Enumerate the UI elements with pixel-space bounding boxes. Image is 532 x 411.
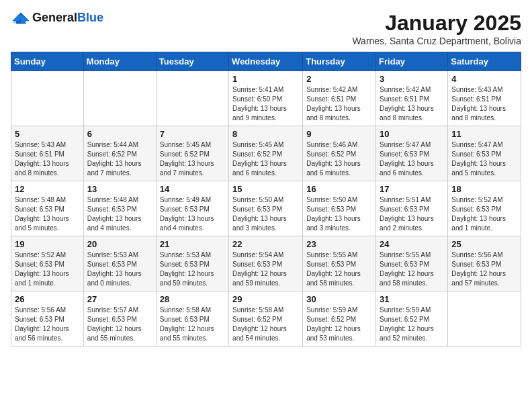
day-info: Sunrise: 5:56 AM Sunset: 6:53 PM Dayligh… bbox=[15, 306, 80, 343]
week-row-5: 26Sunrise: 5:56 AM Sunset: 6:53 PM Dayli… bbox=[11, 291, 521, 347]
week-row-2: 5Sunrise: 5:43 AM Sunset: 6:51 PM Daylig… bbox=[11, 126, 521, 181]
day-info: Sunrise: 5:53 AM Sunset: 6:53 PM Dayligh… bbox=[87, 250, 152, 288]
calendar-cell: 30Sunrise: 5:59 AM Sunset: 6:52 PM Dayli… bbox=[303, 291, 376, 347]
calendar-title: January 2025 bbox=[352, 11, 521, 36]
calendar-cell: 1Sunrise: 5:41 AM Sunset: 6:50 PM Daylig… bbox=[229, 71, 303, 126]
day-header-monday: Monday bbox=[83, 52, 156, 71]
day-number: 29 bbox=[232, 294, 299, 304]
calendar-cell: 3Sunrise: 5:42 AM Sunset: 6:51 PM Daylig… bbox=[376, 71, 448, 126]
day-info: Sunrise: 5:53 AM Sunset: 6:53 PM Dayligh… bbox=[160, 250, 225, 288]
day-number: 12 bbox=[15, 184, 80, 194]
day-info: Sunrise: 5:52 AM Sunset: 6:53 PM Dayligh… bbox=[15, 250, 80, 288]
day-number: 2 bbox=[306, 74, 372, 84]
day-number: 24 bbox=[380, 239, 444, 249]
calendar-subtitle: Warnes, Santa Cruz Department, Bolivia bbox=[352, 36, 521, 46]
calendar-cell: 12Sunrise: 5:48 AM Sunset: 6:53 PM Dayli… bbox=[11, 181, 84, 236]
day-number: 3 bbox=[380, 74, 444, 84]
logo-icon bbox=[11, 11, 31, 25]
calendar-cell: 9Sunrise: 5:46 AM Sunset: 6:52 PM Daylig… bbox=[303, 126, 376, 181]
day-number: 26 bbox=[15, 294, 80, 304]
calendar-cell: 24Sunrise: 5:55 AM Sunset: 6:53 PM Dayli… bbox=[376, 236, 448, 291]
day-number: 18 bbox=[451, 184, 517, 194]
logo-blue-text: Blue bbox=[77, 11, 103, 24]
day-info: Sunrise: 5:57 AM Sunset: 6:53 PM Dayligh… bbox=[87, 306, 152, 343]
calendar-cell: 21Sunrise: 5:53 AM Sunset: 6:53 PM Dayli… bbox=[156, 236, 228, 291]
calendar-cell: 27Sunrise: 5:57 AM Sunset: 6:53 PM Dayli… bbox=[83, 291, 156, 347]
calendar-cell bbox=[448, 291, 521, 347]
svg-marker-1 bbox=[13, 15, 29, 22]
day-info: Sunrise: 5:43 AM Sunset: 6:51 PM Dayligh… bbox=[15, 140, 80, 178]
calendar-body: 1Sunrise: 5:41 AM Sunset: 6:50 PM Daylig… bbox=[11, 71, 521, 347]
day-number: 22 bbox=[232, 239, 299, 249]
logo-general-text: General bbox=[32, 11, 77, 24]
day-info: Sunrise: 5:49 AM Sunset: 6:53 PM Dayligh… bbox=[160, 195, 225, 233]
week-row-4: 19Sunrise: 5:52 AM Sunset: 6:53 PM Dayli… bbox=[11, 236, 521, 291]
calendar-cell: 17Sunrise: 5:51 AM Sunset: 6:53 PM Dayli… bbox=[376, 181, 448, 236]
day-info: Sunrise: 5:44 AM Sunset: 6:52 PM Dayligh… bbox=[87, 140, 152, 178]
day-number: 1 bbox=[232, 74, 299, 84]
calendar-cell: 19Sunrise: 5:52 AM Sunset: 6:53 PM Dayli… bbox=[11, 236, 84, 291]
day-info: Sunrise: 5:54 AM Sunset: 6:53 PM Dayligh… bbox=[232, 250, 299, 288]
day-number: 23 bbox=[306, 239, 372, 249]
calendar-cell: 16Sunrise: 5:50 AM Sunset: 6:53 PM Dayli… bbox=[303, 181, 376, 236]
calendar-cell: 14Sunrise: 5:49 AM Sunset: 6:53 PM Dayli… bbox=[156, 181, 228, 236]
day-info: Sunrise: 5:42 AM Sunset: 6:51 PM Dayligh… bbox=[306, 85, 372, 123]
day-info: Sunrise: 5:45 AM Sunset: 6:52 PM Dayligh… bbox=[160, 140, 225, 178]
day-number: 6 bbox=[87, 129, 152, 139]
day-number: 30 bbox=[306, 294, 372, 304]
week-row-1: 1Sunrise: 5:41 AM Sunset: 6:50 PM Daylig… bbox=[11, 71, 521, 126]
calendar-cell bbox=[11, 71, 84, 126]
day-number: 11 bbox=[451, 129, 517, 139]
day-number: 19 bbox=[15, 239, 80, 249]
day-info: Sunrise: 5:48 AM Sunset: 6:53 PM Dayligh… bbox=[15, 195, 80, 233]
day-info: Sunrise: 5:45 AM Sunset: 6:52 PM Dayligh… bbox=[232, 140, 299, 178]
day-number: 14 bbox=[160, 184, 225, 194]
calendar-cell: 6Sunrise: 5:44 AM Sunset: 6:52 PM Daylig… bbox=[83, 126, 156, 181]
day-number: 9 bbox=[306, 129, 372, 139]
day-number: 16 bbox=[306, 184, 372, 194]
calendar-cell: 10Sunrise: 5:47 AM Sunset: 6:53 PM Dayli… bbox=[376, 126, 448, 181]
day-number: 25 bbox=[451, 239, 517, 249]
calendar-cell: 13Sunrise: 5:48 AM Sunset: 6:53 PM Dayli… bbox=[83, 181, 156, 236]
day-header-tuesday: Tuesday bbox=[156, 52, 228, 71]
day-number: 15 bbox=[232, 184, 299, 194]
day-number: 8 bbox=[232, 129, 299, 139]
calendar-cell bbox=[83, 71, 156, 126]
day-info: Sunrise: 5:47 AM Sunset: 6:53 PM Dayligh… bbox=[380, 140, 444, 178]
day-info: Sunrise: 5:47 AM Sunset: 6:53 PM Dayligh… bbox=[451, 140, 517, 178]
day-header-saturday: Saturday bbox=[448, 52, 521, 71]
calendar-cell: 26Sunrise: 5:56 AM Sunset: 6:53 PM Dayli… bbox=[11, 291, 84, 347]
day-info: Sunrise: 5:59 AM Sunset: 6:52 PM Dayligh… bbox=[380, 306, 444, 343]
day-info: Sunrise: 5:58 AM Sunset: 6:53 PM Dayligh… bbox=[160, 306, 225, 343]
day-info: Sunrise: 5:51 AM Sunset: 6:53 PM Dayligh… bbox=[380, 195, 444, 233]
day-info: Sunrise: 5:56 AM Sunset: 6:53 PM Dayligh… bbox=[451, 250, 517, 288]
calendar-cell: 31Sunrise: 5:59 AM Sunset: 6:52 PM Dayli… bbox=[376, 291, 448, 347]
calendar-cell: 2Sunrise: 5:42 AM Sunset: 6:51 PM Daylig… bbox=[303, 71, 376, 126]
day-info: Sunrise: 5:48 AM Sunset: 6:53 PM Dayligh… bbox=[87, 195, 152, 233]
day-number: 5 bbox=[15, 129, 80, 139]
day-info: Sunrise: 5:58 AM Sunset: 6:52 PM Dayligh… bbox=[232, 306, 299, 343]
day-info: Sunrise: 5:52 AM Sunset: 6:53 PM Dayligh… bbox=[451, 195, 517, 233]
calendar-cell: 25Sunrise: 5:56 AM Sunset: 6:53 PM Dayli… bbox=[448, 236, 521, 291]
day-number: 17 bbox=[380, 184, 444, 194]
day-number: 7 bbox=[160, 129, 225, 139]
day-header-thursday: Thursday bbox=[303, 52, 376, 71]
day-number: 4 bbox=[451, 74, 517, 84]
week-row-3: 12Sunrise: 5:48 AM Sunset: 6:53 PM Dayli… bbox=[11, 181, 521, 236]
day-info: Sunrise: 5:59 AM Sunset: 6:52 PM Dayligh… bbox=[306, 306, 372, 343]
calendar-cell: 11Sunrise: 5:47 AM Sunset: 6:53 PM Dayli… bbox=[448, 126, 521, 181]
day-number: 21 bbox=[160, 239, 225, 249]
day-header-friday: Friday bbox=[376, 52, 448, 71]
calendar-cell: 29Sunrise: 5:58 AM Sunset: 6:52 PM Dayli… bbox=[229, 291, 303, 347]
calendar-cell: 7Sunrise: 5:45 AM Sunset: 6:52 PM Daylig… bbox=[156, 126, 228, 181]
day-info: Sunrise: 5:55 AM Sunset: 6:53 PM Dayligh… bbox=[380, 250, 444, 288]
calendar-cell: 20Sunrise: 5:53 AM Sunset: 6:53 PM Dayli… bbox=[83, 236, 156, 291]
day-number: 20 bbox=[87, 239, 152, 249]
day-number: 31 bbox=[380, 294, 444, 304]
day-info: Sunrise: 5:42 AM Sunset: 6:51 PM Dayligh… bbox=[380, 85, 444, 123]
day-number: 28 bbox=[160, 294, 225, 304]
calendar-cell: 5Sunrise: 5:43 AM Sunset: 6:51 PM Daylig… bbox=[11, 126, 84, 181]
day-info: Sunrise: 5:46 AM Sunset: 6:52 PM Dayligh… bbox=[306, 140, 372, 178]
calendar-cell bbox=[156, 71, 228, 126]
logo: GeneralBlue bbox=[11, 11, 103, 25]
